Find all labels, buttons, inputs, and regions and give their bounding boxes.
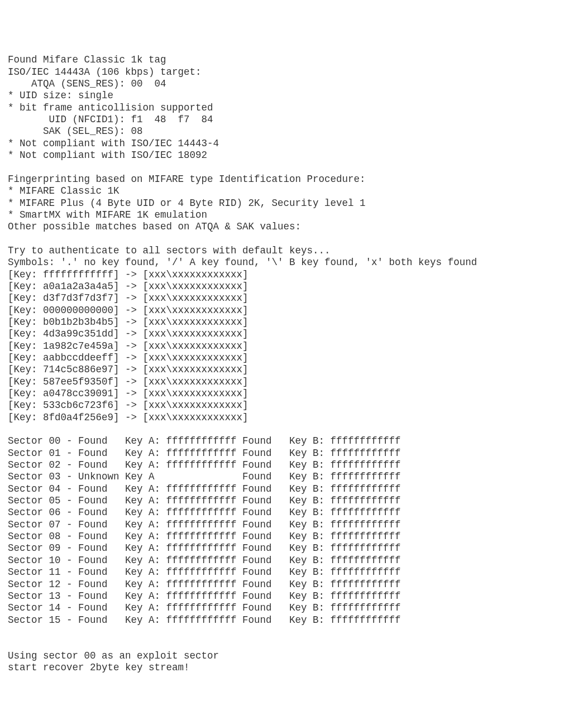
found-tag-line: Found Mifare Classic 1k tag [8,54,166,65]
bit-frame-line: * bit frame anticollision supported [8,102,213,113]
sak-line: SAK (SEL_RES): 08 [8,126,143,137]
key-line: [Key: 714c5c886e97] -> [xxx\xxxxxxxxxxxx… [8,364,248,375]
not-compliant-14443-line: * Not compliant with ISO/IEC 14443-4 [8,138,219,149]
sector-line: Sector 04 - Found Key A: ffffffffffff Fo… [8,483,401,494]
terminal-output: Found Mifare Classic 1k tag ISO/IEC 1444… [8,54,580,674]
sector-line: Sector 08 - Found Key A: ffffffffffff Fo… [8,531,401,542]
sector-line: Sector 02 - Found Key A: ffffffffffff Fo… [8,459,401,470]
key-line: [Key: 4d3a99c351dd] -> [xxx\xxxxxxxxxxxx… [8,328,248,339]
key-line: [Key: 533cb6c723f6] -> [xxx\xxxxxxxxxxxx… [8,400,248,411]
sector-line: Sector 00 - Found Key A: ffffffffffff Fo… [8,435,401,446]
sector-line: Sector 05 - Found Key A: ffffffffffff Fo… [8,495,401,506]
sector-line: Sector 13 - Found Key A: ffffffffffff Fo… [8,590,401,602]
sector-line: Sector 14 - Found Key A: ffffffffffff Fo… [8,602,401,613]
sector-line: Sector 06 - Found Key A: ffffffffffff Fo… [8,507,401,518]
fingerprint-item-2: * MIFARE Plus (4 Byte UID or 4 Byte RID)… [8,198,366,209]
sector-line: Sector 12 - Found Key A: ffffffffffff Fo… [8,579,401,590]
sector-line: Sector 11 - Found Key A: ffffffffffff Fo… [8,566,401,578]
auth-try-line: Try to authenticate to all sectors with … [8,245,331,256]
sector-line: Sector 09 - Found Key A: ffffffffffff Fo… [8,542,401,554]
key-line: [Key: aabbccddeeff] -> [xxx\xxxxxxxxxxxx… [8,352,248,363]
fingerprint-other: Other possible matches based on ATQA & S… [8,221,301,232]
key-line: [Key: a0a1a2a3a4a5] -> [xxx\xxxxxxxxxxxx… [8,281,248,292]
uid-line: UID (NFCID1): f1 48 f7 84 [8,114,213,125]
fingerprint-item-1: * MIFARE Classic 1K [8,185,119,196]
key-line: [Key: d3f7d3f7d3f7] -> [xxx\xxxxxxxxxxxx… [8,292,248,304]
not-compliant-18092-line: * Not compliant with ISO/IEC 18092 [8,150,207,161]
key-line: [Key: 000000000000] -> [xxx\xxxxxxxxxxxx… [8,305,248,316]
key-line: [Key: a0478cc39091] -> [xxx\xxxxxxxxxxxx… [8,388,248,399]
key-line: [Key: 1a982c7e459a] -> [xxx\xxxxxxxxxxxx… [8,340,248,352]
sector-line: Sector 15 - Found Key A: ffffffffffff Fo… [8,614,401,626]
key-line: [Key: 8fd0a4f256e9] -> [xxx\xxxxxxxxxxxx… [8,412,248,423]
auth-symbols-line: Symbols: '.' no key found, '/' A key fou… [8,257,477,268]
iso-target-line: ISO/IEC 14443A (106 kbps) target: [8,66,202,78]
fingerprint-title: Fingerprinting based on MIFARE type Iden… [8,174,366,185]
uid-size-line: * UID size: single [8,90,113,101]
sector-line: Sector 10 - Found Key A: ffffffffffff Fo… [8,555,401,566]
sector-line: Sector 07 - Found Key A: ffffffffffff Fo… [8,519,401,530]
sector-line: Sector 01 - Found Key A: ffffffffffff Fo… [8,448,401,459]
sector-line: Sector 03 - Unknown Key A Found Key B: f… [8,471,401,482]
atqa-line: ATQA (SENS_RES): 00 04 [8,78,166,89]
key-line: [Key: ffffffffffff] -> [xxx\xxxxxxxxxxxx… [8,269,248,280]
recover-line: start recover 2byte key stream! [8,662,190,673]
fingerprint-item-3: * SmartMX with MIFARE 1K emulation [8,209,207,220]
exploit-line: Using sector 00 as an exploit sector [8,650,219,661]
key-line: [Key: 587ee5f9350f] -> [xxx\xxxxxxxxxxxx… [8,376,248,387]
key-line: [Key: b0b1b2b3b4b5] -> [xxx\xxxxxxxxxxxx… [8,316,248,328]
